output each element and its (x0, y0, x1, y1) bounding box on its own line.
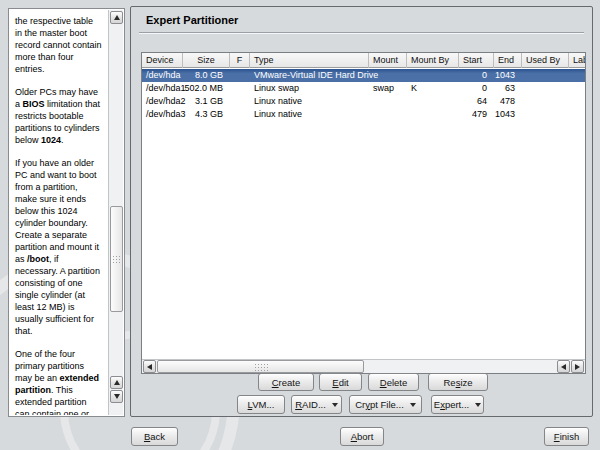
button-label: Finish (554, 431, 579, 442)
help-vertical-scrollbar[interactable] (108, 10, 123, 415)
table-cell (230, 95, 250, 108)
column-header-f[interactable]: F (230, 53, 250, 68)
button-label: Expert... (434, 399, 469, 410)
table-cell (522, 95, 569, 108)
table-row[interactable]: /dev/hda1502.0 MBLinux swapswapK063 (142, 82, 585, 95)
table-cell (522, 69, 569, 82)
table-cell: Linux native (250, 95, 369, 108)
delete-button[interactable]: Delete (368, 373, 419, 391)
scroll-up-button[interactable] (110, 11, 123, 24)
column-header-mount-by[interactable]: Mount By (407, 53, 459, 68)
scroll-left-button[interactable] (557, 360, 570, 373)
table-cell: 63 (494, 82, 522, 95)
help-paragraph: One of the four primary partitions may b… (15, 348, 102, 415)
table-cell (569, 95, 586, 108)
button-label: Create (272, 377, 301, 388)
table-row[interactable]: /dev/hda23.1 GBLinux native64478 (142, 95, 585, 108)
arrow-up-icon (114, 380, 120, 385)
table-cell: swap (369, 82, 407, 95)
table-cell (369, 108, 407, 121)
arrow-right-icon (575, 364, 580, 370)
thumb-grip-icon (112, 255, 121, 264)
help-panel: the respective table in the master boot … (8, 8, 125, 417)
create-button[interactable]: Create (258, 373, 314, 391)
table-cell (369, 95, 407, 108)
table-cell: /dev/hda1 (142, 82, 183, 95)
table-cell (569, 108, 586, 121)
scroll-left-button[interactable] (143, 360, 156, 373)
button-label: LVM... (248, 399, 275, 410)
title-separator (139, 32, 584, 34)
column-header-start[interactable]: Start (459, 53, 494, 68)
table-cell (522, 108, 569, 121)
help-text: the respective table in the master boot … (10, 10, 104, 415)
dropdown-arrow-icon (475, 403, 481, 407)
column-header-end[interactable]: End (494, 53, 522, 68)
scrollbar-thumb[interactable] (157, 360, 364, 373)
help-paragraph: If you have an older PC and want to boot… (15, 157, 102, 337)
table-cell (522, 82, 569, 95)
help-paragraph: the respective table in the master boot … (15, 15, 102, 75)
table-cell: 8.0 GB (183, 69, 230, 82)
dropdown-arrow-icon (410, 403, 416, 407)
table-horizontal-scrollbar[interactable] (142, 359, 585, 373)
partition-table-header: DeviceSizeFTypeMountMount ByStartEndUsed… (142, 53, 585, 68)
button-label: Delete (380, 377, 407, 388)
crypt-file-button[interactable]: Crypt File... (349, 395, 422, 414)
table-cell: 0 (459, 82, 494, 95)
column-header-size[interactable]: Size (183, 53, 230, 68)
table-cell: 4.3 GB (183, 108, 230, 121)
scroll-right-button[interactable] (571, 360, 584, 373)
table-cell: 479 (459, 108, 494, 121)
table-cell (569, 69, 586, 82)
arrow-left-icon (561, 364, 566, 370)
expert-partitioner-panel: Expert Partitioner DeviceSizeFTypeMountM… (130, 6, 593, 417)
table-cell: 64 (459, 95, 494, 108)
table-cell: /dev/hda2 (142, 95, 183, 108)
scroll-up-button[interactable] (110, 376, 123, 389)
column-header-device[interactable]: Device (142, 53, 183, 68)
column-header-label[interactable]: Label (569, 53, 586, 68)
abort-button[interactable]: Abort (340, 427, 384, 446)
partition-table-body: /dev/hda8.0 GBVMware-Virtual IDE Hard Dr… (142, 69, 585, 121)
expert-button[interactable]: Expert... (431, 395, 484, 414)
scrollbar-thumb[interactable] (110, 206, 123, 312)
table-cell: 1043 (494, 69, 522, 82)
table-cell (407, 108, 459, 121)
column-header-used-by[interactable]: Used By (522, 53, 569, 68)
raid-button[interactable]: RAID... (291, 395, 342, 414)
table-row[interactable]: /dev/hda34.3 GBLinux native4791043 (142, 108, 585, 121)
lvm-button[interactable]: LVM... (237, 395, 285, 414)
table-cell (230, 108, 250, 121)
yast-installer-window: the respective table in the master boot … (0, 0, 600, 450)
table-cell (230, 82, 250, 95)
help-paragraph: Older PCs may have a BIOS limitation tha… (15, 86, 102, 146)
table-cell: 478 (494, 95, 522, 108)
resize-button[interactable]: Resize (428, 373, 488, 391)
thumb-grip-icon (254, 363, 268, 371)
button-label: Back (144, 431, 165, 442)
table-cell: 1043 (494, 108, 522, 121)
column-header-type[interactable]: Type (250, 53, 369, 68)
table-cell: 3.1 GB (183, 95, 230, 108)
finish-button[interactable]: Finish (544, 427, 589, 446)
table-row[interactable]: /dev/hda8.0 GBVMware-Virtual IDE Hard Dr… (142, 69, 585, 82)
back-button[interactable]: Back (131, 427, 178, 446)
button-label: Abort (351, 431, 374, 442)
table-cell: K (407, 82, 459, 95)
column-header-mount[interactable]: Mount (369, 53, 407, 68)
partition-table: DeviceSizeFTypeMountMount ByStartEndUsed… (141, 52, 586, 374)
table-cell (407, 69, 459, 82)
table-cell: Linux native (250, 108, 369, 121)
dropdown-arrow-icon (332, 403, 338, 407)
table-cell: 0 (459, 69, 494, 82)
button-label: Edit (332, 377, 348, 388)
table-cell: Linux swap (250, 82, 369, 95)
table-cell (407, 95, 459, 108)
arrow-down-icon (114, 394, 120, 399)
button-label: Resize (443, 377, 472, 388)
scroll-down-button[interactable] (110, 390, 123, 403)
page-title: Expert Partitioner (146, 14, 238, 26)
edit-button[interactable]: Edit (319, 373, 362, 391)
table-cell (230, 69, 250, 82)
